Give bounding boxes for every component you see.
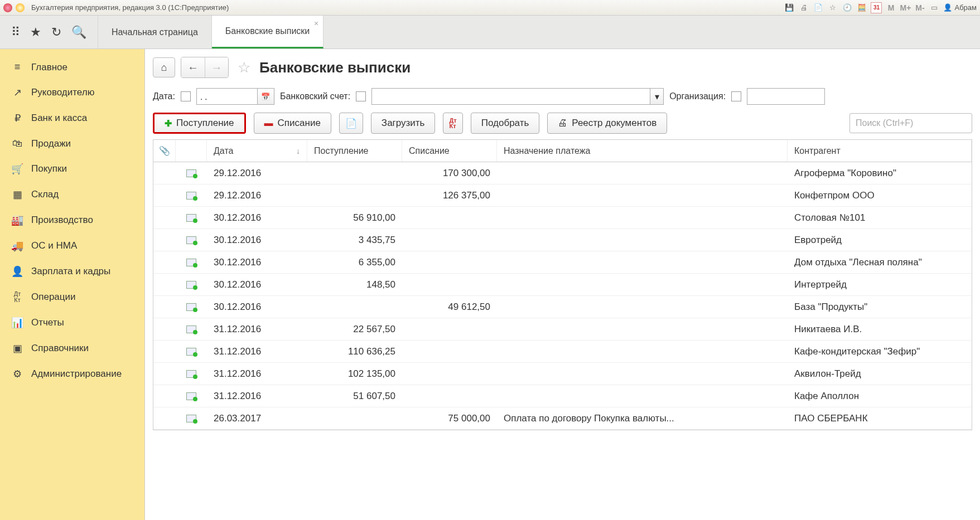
cell-status: [176, 385, 207, 407]
close-icon[interactable]: ×: [314, 19, 318, 28]
org-filter-checkbox[interactable]: [731, 91, 741, 101]
table-row[interactable]: 30.12.2016148,50Интертрейд: [153, 274, 972, 296]
sidebar-item-catalogs[interactable]: ▣Справочники: [0, 336, 144, 361]
doc-icon[interactable]: 📄: [813, 2, 824, 13]
clipboard-icon[interactable]: ↻: [51, 25, 61, 40]
app-icon: [3, 3, 12, 12]
dropdown-icon[interactable]: [16, 3, 25, 12]
print-icon[interactable]: 🖨: [798, 2, 809, 13]
table-row[interactable]: 31.12.2016110 636,25Кафе-кондитерская "З…: [153, 341, 972, 363]
sidebar-item-manager[interactable]: ↗Руководителю: [0, 80, 144, 105]
pick-button[interactable]: Подобрать: [471, 113, 540, 134]
table-row[interactable]: 30.12.201656 910,00Столовая №101: [153, 207, 972, 229]
cell-income: 6 355,00: [307, 251, 402, 273]
calc-icon[interactable]: 🧮: [856, 2, 867, 13]
cell-purpose: [497, 207, 788, 229]
mplus-button[interactable]: M+: [900, 2, 911, 13]
sort-asc-icon: ↓: [296, 147, 300, 155]
table-row[interactable]: 30.12.20163 435,75Евротрейд: [153, 229, 972, 251]
table-row[interactable]: 26.03.201775 000,00Оплата по договору По…: [153, 407, 972, 430]
outcome-button[interactable]: ▬ Списание: [254, 113, 331, 134]
dtkt-icon: ДтКт: [11, 291, 23, 303]
search-input[interactable]: Поиск (Ctrl+F): [849, 113, 972, 133]
sidebar-item-label: Продажи: [31, 138, 71, 149]
calendar-icon[interactable]: 31: [871, 2, 882, 13]
sidebar-item-label: Зарплата и кадры: [31, 266, 110, 277]
history-icon[interactable]: 🕘: [842, 2, 853, 13]
star-tool-icon[interactable]: ☆: [827, 2, 838, 13]
account-dropdown-icon[interactable]: ▾: [650, 88, 664, 105]
col-outcome[interactable]: Списание: [402, 140, 497, 162]
cell-purpose: [497, 318, 788, 340]
sidebar-item-reports[interactable]: 📊Отчеты: [0, 310, 144, 336]
sidebar-item-warehouse[interactable]: ▦Склад: [0, 182, 144, 207]
dtkt-button[interactable]: ДтКт: [443, 113, 462, 134]
org-filter-input[interactable]: [747, 88, 825, 105]
search-icon[interactable]: 🔍: [71, 25, 86, 40]
date-picker-icon[interactable]: 📅: [258, 88, 274, 105]
forward-button[interactable]: →: [205, 57, 228, 77]
star-icon[interactable]: ★: [30, 25, 41, 40]
sidebar-item-production[interactable]: 🏭Производство: [0, 207, 144, 233]
cell-party: ПАО СБЕРБАНК: [788, 407, 972, 429]
back-button[interactable]: ←: [181, 57, 205, 77]
cell-party: База "Продукты": [788, 296, 972, 318]
document-posted-icon: [186, 236, 196, 244]
home-button[interactable]: ⌂: [153, 57, 175, 77]
load-button[interactable]: Загрузить: [371, 113, 436, 134]
sidebar-item-sales[interactable]: 🛍Продажи: [0, 131, 144, 156]
apps-icon[interactable]: ⠿: [11, 25, 20, 40]
date-filter-checkbox[interactable]: [181, 91, 191, 101]
tab-bank-statements[interactable]: Банковские выписки ×: [212, 16, 324, 48]
copy-button[interactable]: 📄: [339, 113, 363, 134]
titlebar: Бухгалтерия предприятия, редакция 3.0 (1…: [0, 0, 980, 16]
cell-attach: [153, 274, 176, 295]
page-title: Банковские выписки: [259, 59, 411, 76]
sidebar-item-purchases[interactable]: 🛒Покупки: [0, 156, 144, 182]
panel-icon[interactable]: ▭: [929, 2, 940, 13]
table-row[interactable]: 30.12.201649 612,50База "Продукты": [153, 296, 972, 318]
table-row[interactable]: 31.12.2016102 135,00Аквилон-Трейд: [153, 363, 972, 385]
table-row[interactable]: 29.12.2016126 375,00Конфетпром ООО: [153, 184, 972, 207]
tab-home[interactable]: Начальная страница: [98, 16, 212, 48]
sidebar-item-main[interactable]: ≡Главное: [0, 55, 144, 80]
favorite-star-icon[interactable]: ☆: [238, 59, 250, 76]
copy-icon: 📄: [345, 118, 357, 129]
sidebar-item-bank[interactable]: ₽Банк и касса: [0, 105, 144, 131]
nav-buttons: ← →: [181, 57, 229, 78]
user-name: Абрам: [954, 3, 977, 12]
table-row[interactable]: 31.12.201651 607,50Кафе Аполлон: [153, 385, 972, 407]
registry-button[interactable]: 🖨 Реестр документов: [547, 113, 667, 134]
income-label: Поступление: [176, 118, 234, 129]
cell-attach: [153, 363, 176, 385]
cell-attach: [153, 251, 176, 273]
col-date[interactable]: Дата ↓: [207, 140, 307, 162]
table-row[interactable]: 29.12.2016170 300,00Агроферма "Коровино": [153, 162, 972, 184]
mminus-button[interactable]: M-: [914, 2, 925, 13]
col-icon[interactable]: [176, 140, 207, 162]
sidebar-item-hr[interactable]: 👤Зарплата и кадры: [0, 259, 144, 284]
income-button[interactable]: ✚ Поступление: [153, 113, 246, 134]
col-attach[interactable]: 📎: [153, 140, 176, 162]
account-filter-checkbox[interactable]: [356, 91, 366, 101]
m-button[interactable]: M: [885, 2, 896, 13]
sidebar-item-label: Покупки: [31, 163, 67, 174]
save-icon[interactable]: 💾: [784, 2, 795, 13]
cell-date: 30.12.2016: [207, 207, 307, 229]
sidebar-item-admin[interactable]: ⚙Администрирование: [0, 361, 144, 387]
sidebar-item-operations[interactable]: ДтКтОперации: [0, 284, 144, 310]
col-purpose[interactable]: Назначение платежа: [497, 140, 788, 162]
table-row[interactable]: 30.12.20166 355,00Дом отдыха "Лесная пол…: [153, 251, 972, 274]
col-party[interactable]: Контрагент: [788, 140, 972, 162]
cell-attach: [153, 207, 176, 229]
col-date-label: Дата: [214, 146, 233, 156]
account-filter-input[interactable]: [371, 88, 650, 105]
date-filter-input[interactable]: [196, 88, 258, 105]
cell-status: [176, 274, 207, 295]
table-row[interactable]: 31.12.201622 567,50Никитаева И.В.: [153, 318, 972, 341]
user-label[interactable]: 👤 Абрам: [943, 3, 977, 12]
col-income[interactable]: Поступление: [307, 140, 402, 162]
sidebar-item-assets[interactable]: 🚚ОС и НМА: [0, 233, 144, 259]
tab-home-label: Начальная страница: [112, 27, 198, 37]
document-posted-icon: [186, 303, 196, 311]
